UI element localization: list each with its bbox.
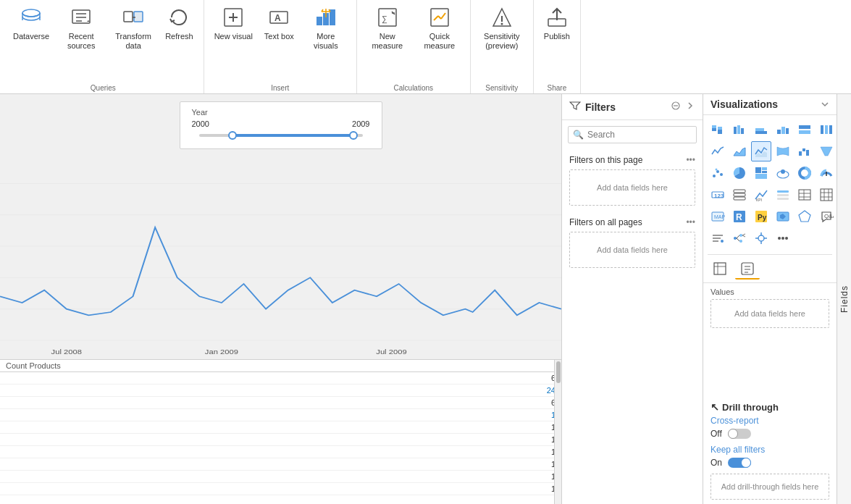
vertical-scrollbar[interactable] [554, 360, 561, 504]
funnel-chart-icon[interactable] [816, 141, 837, 161]
drill-through-drop[interactable]: Add drill-through fields here [710, 474, 829, 500]
transform-data-button[interactable]: Transform data [109, 3, 158, 65]
slicer-handle-left[interactable] [228, 131, 237, 140]
azure-map-icon[interactable]: MAP [708, 206, 728, 227]
filter-all-pages-more[interactable]: ••• [686, 217, 695, 227]
hide-filter-icon[interactable] [671, 101, 681, 113]
viz-values-drop[interactable]: Add data fields here [710, 299, 829, 328]
scrollbar-thumb[interactable] [556, 361, 561, 383]
slicer-fill [232, 134, 355, 137]
stacked-bar-icon[interactable] [708, 119, 728, 140]
waterfall-chart-icon[interactable] [795, 141, 815, 161]
filter-this-page-drop[interactable]: Add data fields here [569, 169, 695, 206]
navigate-filter-icon[interactable] [685, 101, 695, 113]
fields-panel[interactable]: Fields [837, 94, 851, 504]
filters-icon [569, 100, 581, 114]
filled-map-icon[interactable] [773, 206, 793, 227]
sensitivity-label: Sensitivity (preview) [482, 32, 522, 51]
slicer-values: 2000 2009 [192, 119, 370, 128]
100pct-clustered-icon[interactable] [816, 119, 837, 140]
new-measure-button[interactable]: ∑ New measure [363, 3, 412, 65]
sensitivity-buttons: Sensitivity (preview) [477, 3, 527, 81]
line-chart-icon[interactable] [708, 141, 728, 161]
gauge-icon[interactable] [816, 163, 837, 183]
card-icon[interactable]: 123 [708, 185, 728, 205]
clustered-column-icon[interactable] [773, 119, 793, 140]
line-stacked-area-icon[interactable] [751, 141, 771, 161]
area-chart-icon[interactable] [729, 141, 750, 161]
canvas-area[interactable]: Year 2000 2009 [0, 94, 561, 504]
ribbon-group-sensitivity: Sensitivity (preview) Sensitivity [471, 0, 534, 93]
svg-rect-57 [821, 125, 823, 134]
viz-tab-values[interactable] [735, 259, 760, 280]
kpi-icon[interactable]: KPI [751, 185, 771, 205]
table-cell: 1 [0, 409, 561, 421]
clustered-bar-icon[interactable] [729, 119, 750, 140]
recent-sources-button[interactable]: Recent sources [56, 3, 106, 65]
slicer-icon[interactable] [773, 185, 793, 205]
new-visual-button[interactable]: New visual [210, 3, 257, 65]
svg-point-74 [781, 169, 785, 174]
svg-point-113 [739, 234, 742, 237]
table-row: 1 [0, 434, 561, 446]
svg-rect-51 [755, 128, 764, 131]
multirow-card-icon[interactable] [729, 185, 750, 205]
svg-rect-53 [781, 127, 785, 134]
r-visual-icon[interactable]: R [729, 206, 750, 227]
filter-all-pages-drop[interactable]: Add data fields here [569, 232, 695, 268]
stacked-column-icon[interactable] [751, 119, 771, 140]
quick-measure-button[interactable]: Quick measure [415, 3, 464, 65]
100pct-stacked-bar-icon[interactable] [795, 119, 815, 140]
slicer-track[interactable] [199, 134, 363, 137]
scatter-chart-icon[interactable] [708, 163, 728, 183]
svg-rect-62 [802, 148, 805, 151]
svg-point-124 [785, 237, 788, 240]
filter-this-page-more[interactable]: ••• [686, 155, 695, 165]
text-box-button[interactable]: A Text box [260, 3, 298, 65]
more-visuals-button[interactable]: More visuals [301, 3, 351, 65]
ribbon-chart-icon[interactable] [773, 141, 793, 161]
filter-search-box[interactable]: 🔍 [568, 126, 697, 143]
pie-chart-icon[interactable] [729, 163, 750, 183]
svg-marker-64 [821, 147, 832, 156]
svg-rect-46 [718, 127, 722, 130]
qa-icon[interactable]: Q&A [816, 206, 837, 227]
viz-toggle[interactable] [821, 100, 829, 109]
map-icon[interactable] [773, 163, 793, 183]
table-cell: 1 [0, 458, 561, 471]
cross-report-toggle[interactable] [728, 429, 751, 439]
more-visuals-icon2[interactable] [773, 228, 793, 248]
filters-on-all-pages-title: Filters on all pages [569, 217, 642, 227]
svg-line-26 [441, 13, 445, 19]
svg-point-110 [734, 237, 737, 240]
slicer-handle-right[interactable] [349, 131, 358, 140]
table-cell: 1 [0, 446, 561, 458]
publish-button[interactable]: Publish [540, 3, 574, 65]
refresh-button[interactable]: Refresh [161, 3, 198, 65]
svg-point-114 [739, 240, 742, 243]
matrix-icon[interactable] [816, 185, 837, 205]
table-row: 1 [0, 446, 561, 458]
svg-rect-45 [718, 130, 722, 134]
filter-search-input[interactable] [568, 126, 697, 143]
smart-narrative-icon[interactable] [708, 228, 728, 248]
svg-text:R: R [736, 212, 742, 222]
svg-line-116 [742, 235, 745, 237]
filters-header-icons [671, 101, 695, 113]
share-buttons: Publish [540, 3, 574, 81]
treemap-icon[interactable] [751, 163, 771, 183]
svg-line-24 [434, 16, 438, 20]
sensitivity-button[interactable]: Sensitivity (preview) [477, 3, 527, 65]
table-icon[interactable] [795, 185, 815, 205]
svg-rect-58 [825, 125, 828, 134]
keep-filters-state: On [710, 458, 722, 468]
python-icon[interactable]: Py [751, 206, 771, 227]
donut-chart-icon[interactable] [795, 163, 815, 183]
viz-tab-fields[interactable] [708, 259, 732, 280]
dataverse-button[interactable]: Dataverse [9, 3, 54, 65]
shape-map-icon[interactable] [795, 206, 815, 227]
key-influencers-icon[interactable] [751, 228, 771, 248]
queries-buttons: Dataverse Recent sources Transform data … [9, 3, 198, 81]
keep-filters-toggle[interactable] [728, 458, 751, 468]
decomp-tree-icon[interactable] [729, 228, 750, 248]
